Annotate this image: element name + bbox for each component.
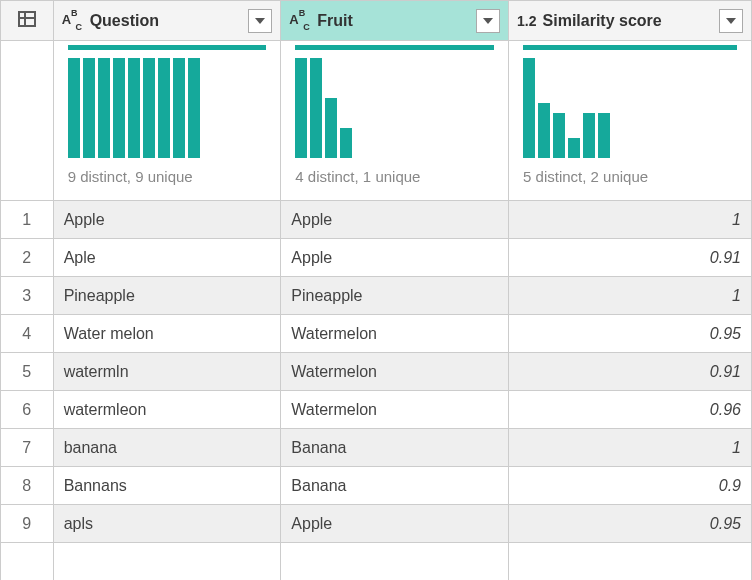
cell-score[interactable]: 0.91 bbox=[509, 239, 752, 277]
table-icon bbox=[18, 11, 36, 27]
cell-question[interactable]: Aple bbox=[53, 239, 281, 277]
table-row[interactable]: 4Water melonWatermelon0.95 bbox=[1, 315, 752, 353]
cell-question[interactable]: banana bbox=[53, 429, 281, 467]
row-number[interactable]: 1 bbox=[1, 201, 54, 239]
column-header-score[interactable]: 1.2 Similarity score bbox=[509, 1, 752, 41]
distribution-histogram bbox=[295, 58, 494, 158]
column-filter-button[interactable] bbox=[476, 9, 500, 33]
cell-fruit[interactable]: Watermelon bbox=[281, 391, 509, 429]
table-row[interactable]: 2ApleApple0.91 bbox=[1, 239, 752, 277]
svg-marker-1 bbox=[483, 18, 493, 24]
cell-question[interactable]: Apple bbox=[53, 201, 281, 239]
cell-fruit[interactable]: Apple bbox=[281, 201, 509, 239]
cell-score[interactable]: 0.9 bbox=[509, 467, 752, 505]
cell-fruit[interactable]: Banana bbox=[281, 467, 509, 505]
cell-question[interactable]: apls bbox=[53, 505, 281, 543]
table-row[interactable]: 1AppleApple1 bbox=[1, 201, 752, 239]
row-number[interactable]: 7 bbox=[1, 429, 54, 467]
type-text-icon: ABC bbox=[62, 12, 84, 30]
cell-score[interactable]: 1 bbox=[509, 277, 752, 315]
chevron-down-icon bbox=[726, 18, 736, 24]
column-name: Similarity score bbox=[543, 12, 713, 30]
column-profile-question[interactable]: 9 distinct, 9 unique bbox=[53, 41, 281, 201]
cell-question[interactable]: Water melon bbox=[53, 315, 281, 353]
cell-fruit[interactable]: Watermelon bbox=[281, 353, 509, 391]
cell-score[interactable]: 0.95 bbox=[509, 505, 752, 543]
table-row[interactable]: 5watermlnWatermelon0.91 bbox=[1, 353, 752, 391]
quality-bar bbox=[523, 45, 737, 50]
quality-bar bbox=[295, 45, 494, 50]
cell-fruit[interactable]: Apple bbox=[281, 505, 509, 543]
cell-fruit[interactable]: Banana bbox=[281, 429, 509, 467]
row-number[interactable]: 5 bbox=[1, 353, 54, 391]
chevron-down-icon bbox=[255, 18, 265, 24]
data-grid: ABC Question ABC Fruit 1.2 Similarity sc… bbox=[0, 0, 752, 580]
column-header-fruit[interactable]: ABC Fruit bbox=[281, 1, 509, 41]
cell-question[interactable]: watermleon bbox=[53, 391, 281, 429]
row-number[interactable]: 9 bbox=[1, 505, 54, 543]
row-number[interactable]: 3 bbox=[1, 277, 54, 315]
cell-score[interactable]: 0.96 bbox=[509, 391, 752, 429]
column-header-question[interactable]: ABC Question bbox=[53, 1, 281, 41]
svg-marker-0 bbox=[255, 18, 265, 24]
column-stats: 4 distinct, 1 unique bbox=[295, 164, 494, 185]
distribution-histogram bbox=[523, 58, 737, 158]
table-row[interactable]: 7bananaBanana1 bbox=[1, 429, 752, 467]
cell-score[interactable]: 1 bbox=[509, 201, 752, 239]
distribution-histogram bbox=[68, 58, 267, 158]
row-number[interactable]: 4 bbox=[1, 315, 54, 353]
cell-fruit[interactable]: Apple bbox=[281, 239, 509, 277]
table-row[interactable]: 3PineapplePineapple1 bbox=[1, 277, 752, 315]
table-row[interactable]: 6watermleonWatermelon0.96 bbox=[1, 391, 752, 429]
cell-score[interactable]: 0.91 bbox=[509, 353, 752, 391]
column-stats: 9 distinct, 9 unique bbox=[68, 164, 267, 185]
cell-score[interactable]: 0.95 bbox=[509, 315, 752, 353]
cell-fruit[interactable]: Pineapple bbox=[281, 277, 509, 315]
cell-question[interactable]: watermln bbox=[53, 353, 281, 391]
select-all-corner[interactable] bbox=[1, 1, 54, 41]
cell-question[interactable]: Pineapple bbox=[53, 277, 281, 315]
type-decimal-icon: 1.2 bbox=[517, 13, 536, 29]
column-name: Question bbox=[90, 12, 243, 30]
type-text-icon: ABC bbox=[289, 12, 311, 30]
chevron-down-icon bbox=[483, 18, 493, 24]
row-number[interactable]: 8 bbox=[1, 467, 54, 505]
column-filter-button[interactable] bbox=[719, 9, 743, 33]
row-number[interactable]: 6 bbox=[1, 391, 54, 429]
column-filter-button[interactable] bbox=[248, 9, 272, 33]
cell-question[interactable]: Bannans bbox=[53, 467, 281, 505]
cell-score[interactable]: 1 bbox=[509, 429, 752, 467]
column-name: Fruit bbox=[317, 12, 470, 30]
cell-fruit[interactable]: Watermelon bbox=[281, 315, 509, 353]
table-row[interactable]: 8BannansBanana0.9 bbox=[1, 467, 752, 505]
column-stats: 5 distinct, 2 unique bbox=[523, 164, 737, 185]
quality-bar bbox=[68, 45, 267, 50]
row-number[interactable]: 2 bbox=[1, 239, 54, 277]
table-row[interactable]: 9aplsApple0.95 bbox=[1, 505, 752, 543]
column-profile-score[interactable]: 5 distinct, 2 unique bbox=[509, 41, 752, 201]
column-profile-fruit[interactable]: 4 distinct, 1 unique bbox=[281, 41, 509, 201]
svg-marker-2 bbox=[726, 18, 736, 24]
